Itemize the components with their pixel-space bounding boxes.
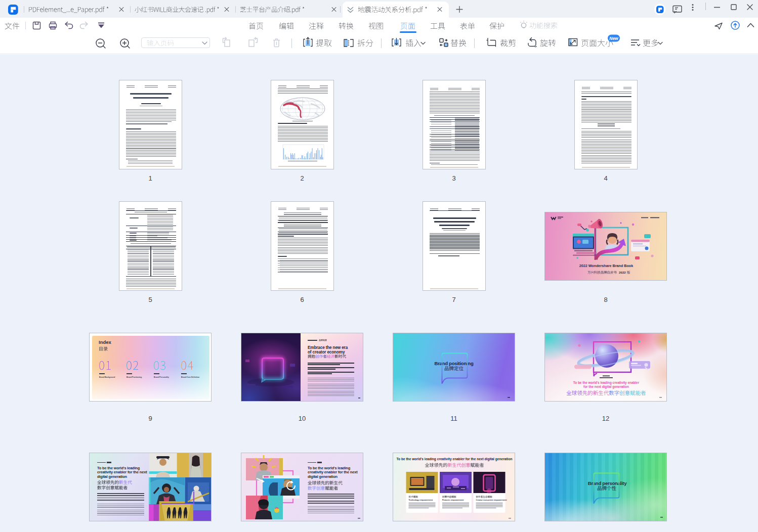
svg-text:Features empowerment: Features empowerment (442, 499, 464, 501)
svg-text:2022: 2022 (619, 271, 626, 274)
svg-text:To be the world's leading crea: To be the world's leading creativity ena… (573, 381, 640, 385)
svg-text:for the next digital generatio: for the next digital generation (583, 385, 629, 389)
svg-text:Technology empowerment: Technology empowerment (409, 499, 434, 501)
svg-text:Creator ecosystem empowerment: Creator ecosystem empowerment (476, 499, 508, 501)
